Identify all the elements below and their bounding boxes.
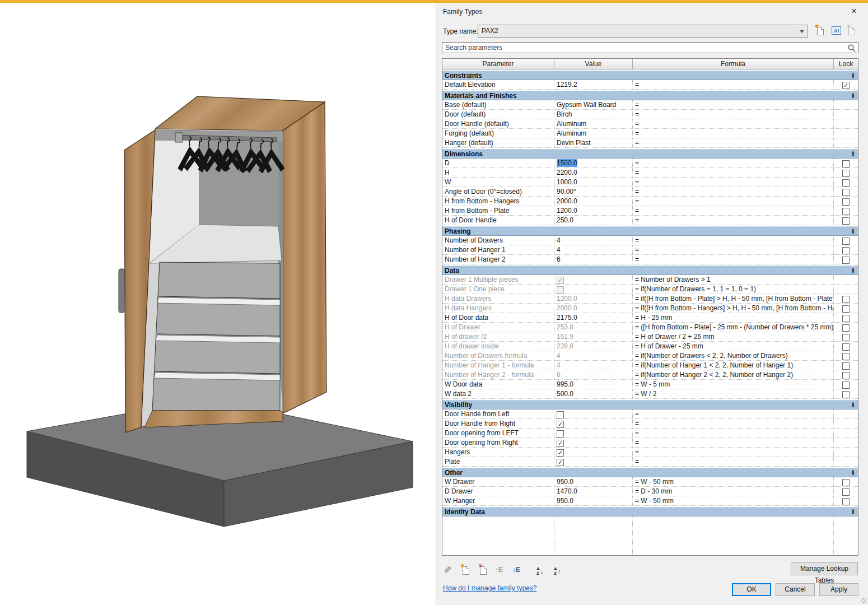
value-cell[interactable]: 1219.2 [554, 80, 633, 90]
formula-cell[interactable]: = if(Number of Hanger 1 < 2, 2, Number o… [633, 361, 834, 370]
value-cell[interactable]: 950.0 [554, 496, 633, 506]
value-cell[interactable]: 250.0 [554, 216, 633, 225]
sort-descending-button[interactable]: AZ↑ [554, 564, 566, 576]
formula-cell[interactable]: = [633, 419, 834, 429]
move-up-button[interactable]: ↑E [495, 564, 507, 576]
formula-cell[interactable]: = W - 5 mm [633, 380, 834, 389]
checkbox[interactable]: ✓ [557, 449, 564, 457]
section-header-phasing[interactable]: Phasing∧∧ [442, 226, 858, 236]
formula-cell[interactable]: = [633, 178, 834, 187]
formula-cell[interactable]: = ([H from Bottom - Plate] - 25 mm - (Nu… [633, 323, 834, 332]
value-cell[interactable]: 950.0 [554, 477, 633, 487]
lock-checkbox[interactable] [842, 381, 850, 389]
lock-checkbox[interactable] [842, 315, 850, 322]
formula-cell[interactable]: = [633, 448, 834, 457]
value-cell[interactable]: ✓ [554, 419, 633, 429]
lock-checkbox[interactable] [842, 324, 850, 332]
formula-cell[interactable]: = H - 25 mm [633, 313, 834, 323]
value-cell[interactable]: ✓ [554, 275, 633, 285]
formula-cell[interactable]: = [633, 429, 834, 438]
formula-cell[interactable]: = [633, 216, 834, 225]
value-cell[interactable]: 2000.0 [554, 304, 633, 313]
value-cell[interactable]: 1200.0 [554, 206, 633, 216]
value-cell[interactable]: 4 [554, 361, 633, 370]
value-cell[interactable]: 6 [554, 255, 633, 264]
lock-checkbox[interactable] [842, 305, 850, 313]
new-type-button[interactable] [815, 25, 827, 37]
drawer-stack[interactable] [152, 262, 280, 411]
value-cell[interactable]: Birch [554, 110, 633, 119]
door-handle[interactable] [119, 269, 124, 313]
search-input[interactable]: Search parameters [442, 42, 858, 53]
value-cell[interactable]: 4 [554, 245, 633, 255]
checkbox[interactable]: ✓ [557, 421, 564, 428]
checkbox[interactable] [557, 411, 564, 418]
formula-cell[interactable]: = W - 50 mm [633, 496, 834, 506]
formula-cell[interactable]: = [633, 119, 834, 129]
formula-cell[interactable]: = [633, 236, 834, 245]
new-parameter-button[interactable] [460, 564, 473, 576]
value-cell[interactable]: 4 [554, 236, 633, 245]
column-header-parameter[interactable]: Parameter [442, 59, 554, 69]
section-header-identity-data[interactable]: Identity Data∨∨ [442, 507, 858, 516]
lock-checkbox[interactable] [842, 488, 850, 496]
rename-type-button[interactable]: AI [830, 25, 843, 37]
edit-parameter-button[interactable]: ✎ [443, 564, 455, 576]
value-cell[interactable]: 90.00° [554, 187, 633, 197]
section-header-visibility[interactable]: Visibility∧∧ [442, 400, 858, 409]
value-cell[interactable]: 500.0 [554, 389, 633, 399]
ok-button[interactable]: OK [732, 583, 771, 596]
formula-cell[interactable]: = if(Number of Hanger 2 < 2, 2, Number o… [633, 370, 834, 380]
column-header-lock[interactable]: Lock [834, 59, 858, 69]
section-header-materials-and-finishes[interactable]: Materials and Finishes∧∧ [442, 91, 858, 100]
checkbox[interactable]: ✓ [557, 440, 564, 447]
formula-cell[interactable]: = [633, 129, 834, 138]
lock-checkbox[interactable] [842, 334, 850, 341]
formula-cell[interactable]: = if(Number of Drawers = 1, 1 = 1, 0 = 1… [633, 285, 834, 294]
formula-cell[interactable]: = if(Number of Drawers < 2, 2, Number of… [633, 351, 834, 361]
lock-checkbox[interactable] [842, 208, 850, 215]
manage-lookup-tables-button[interactable]: Manage Lookup Tables [791, 562, 858, 575]
resize-grip[interactable] [861, 598, 866, 603]
lock-checkbox[interactable] [842, 238, 850, 245]
value-cell[interactable] [554, 409, 633, 419]
value-cell[interactable]: 4 [554, 351, 633, 361]
formula-cell[interactable]: = [633, 110, 834, 119]
formula-cell[interactable]: = if([H from Bottom - Plate] > H, H - 50… [633, 294, 834, 304]
lock-checkbox[interactable] [842, 391, 850, 398]
formula-cell[interactable]: = W - 50 mm [633, 477, 834, 487]
formula-cell[interactable]: = Number of Drawers > 1 [633, 275, 834, 285]
lock-checkbox[interactable] [842, 353, 850, 360]
value-cell[interactable]: Aluminum [554, 129, 633, 138]
value-cell[interactable]: Aluminum [554, 119, 633, 129]
lock-checkbox[interactable] [842, 189, 850, 196]
checkbox[interactable]: ✓ [557, 459, 564, 466]
value-cell[interactable]: ✓ [554, 438, 633, 448]
value-cell[interactable]: 1200.0 [554, 294, 633, 304]
lock-checkbox[interactable]: ✓ [842, 82, 850, 89]
formula-cell[interactable]: = [633, 187, 834, 197]
formula-cell[interactable]: = [633, 255, 834, 264]
formula-cell[interactable]: = H of Drawer - 25 mm [633, 342, 834, 351]
section-header-constraints[interactable]: Constraints∧∧ [442, 71, 858, 80]
lock-checkbox[interactable] [842, 247, 850, 254]
sort-ascending-button[interactable]: AZ↓ [536, 564, 549, 576]
lock-checkbox[interactable] [842, 170, 850, 177]
value-cell[interactable]: ✓ [554, 448, 633, 457]
lock-checkbox[interactable] [842, 179, 850, 187]
lock-checkbox[interactable] [842, 372, 850, 379]
value-cell[interactable]: 228.8 [554, 342, 633, 351]
formula-cell[interactable]: = [633, 206, 834, 216]
value-cell[interactable]: 995.0 [554, 380, 633, 389]
formula-cell[interactable]: = if([H from Bottom - Hangers] > H, H - … [633, 304, 834, 313]
section-header-dimensions[interactable]: Dimensions∧∧ [442, 149, 858, 159]
column-header-formula[interactable]: Formula [633, 59, 834, 69]
formula-cell[interactable]: = [633, 138, 834, 148]
formula-cell[interactable]: = [633, 245, 834, 255]
lock-checkbox[interactable] [842, 343, 850, 351]
value-cell[interactable]: 253.8 [554, 323, 633, 332]
value-cell[interactable]: 2175.0 [554, 313, 633, 323]
value-cell[interactable]: 1470.0 [554, 487, 633, 496]
formula-cell[interactable]: = [633, 159, 834, 168]
3d-viewport[interactable] [0, 3, 436, 605]
